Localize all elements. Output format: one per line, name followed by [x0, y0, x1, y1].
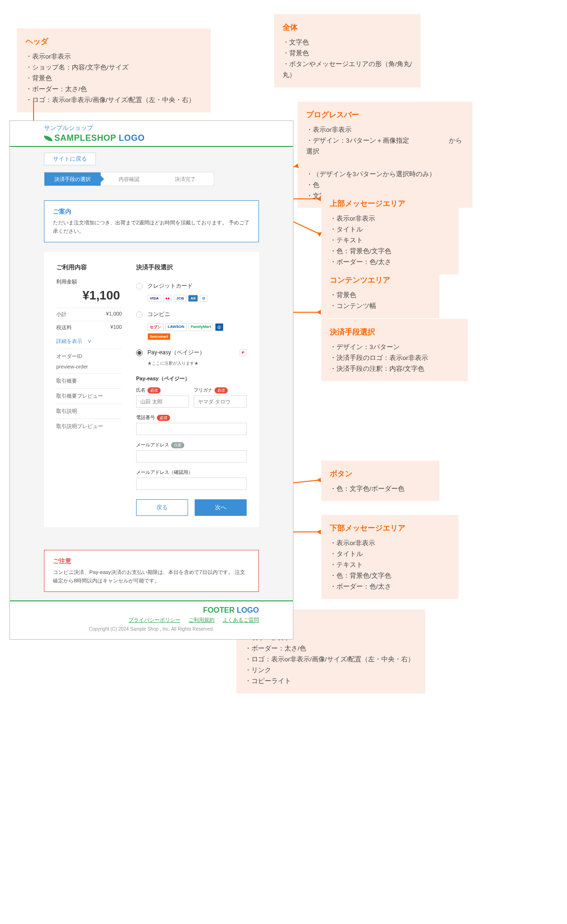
callout-contentarea-list: 背景色コンテンツ幅 — [330, 290, 431, 312]
callout-item: デザイン：3パターン＋画像指定 から選択 — [306, 136, 464, 157]
meta-4: 取引説明プレビュー — [56, 419, 122, 434]
subtotal-label: 小計 — [56, 311, 67, 318]
tax-value: ¥100 — [111, 324, 122, 331]
tel-input[interactable] — [136, 423, 247, 435]
callout-item: 表示or非表示 — [330, 538, 450, 549]
pay-option-payeasy-label: Pay-easy（ペイジー） — [147, 349, 205, 357]
callout-item: 表示or非表示 — [26, 51, 202, 62]
callout-lowermsg: 下部メッセージエリア 表示or非表示タイトルテキスト色：背景色/文字色ボーダー：… — [321, 515, 458, 599]
callout-item: リンク — [245, 665, 417, 676]
back-button[interactable]: 戻る — [136, 499, 188, 516]
brand-jcb-icon: JCB — [174, 295, 186, 302]
optional-badge: 任意 — [171, 442, 184, 448]
pay-option-konbini[interactable]: コンビニ — [136, 307, 247, 322]
callout-item: 色：背景色/文字色 — [330, 246, 450, 257]
payselect-title: 決済手段選択 — [136, 263, 247, 272]
brand-diners-icon: D — [200, 295, 207, 302]
amount-value: ¥1,100 — [56, 288, 122, 303]
callout-item: 決済手段のロゴ：表示or非表示 — [330, 353, 459, 364]
brand-payeasy-icon: P — [240, 349, 247, 356]
lower-message-title: ご注意 — [53, 557, 250, 565]
callout-paysel: 決済手段選択 デザイン：3パターン決済手段のロゴ：表示or非表示決済手段の注釈：… — [321, 319, 468, 381]
radio-icon — [136, 283, 143, 290]
callout-button: ボタン 色：文字色/ボーダー色 — [321, 461, 439, 501]
email2-input[interactable] — [136, 478, 247, 490]
meta-3: 取引説明 — [56, 403, 122, 419]
brand-ministop-icon: ㋯ — [215, 323, 223, 331]
callout-item: （デザインを3パターンから選択時のみ） — [306, 169, 464, 180]
back-to-site-link[interactable]: サイトに戻る — [44, 153, 96, 165]
callout-header-title: ヘッダ — [26, 35, 202, 48]
upper-message-box: ご案内 ただいま注文増加につき、出荷まで2週間ほどお時間を頂戴しております。 予… — [44, 200, 259, 242]
brand-seveneleven-icon: セブン — [147, 323, 163, 331]
name-label: 氏名 — [136, 387, 146, 394]
callout-overall-list: 文字色背景色ボタンやメッセージエリアの形（角/角丸/丸） — [283, 37, 412, 81]
footer-logo: FOOTER LOGO — [44, 606, 259, 615]
kana-input[interactable] — [194, 395, 247, 408]
leaf-icon — [44, 136, 52, 141]
email-input[interactable] — [136, 450, 247, 462]
callout-footer-list: 表示or非表示ボーダー：太さ/色ロゴ：表示or非表示/画像/サイズ/配置（左・中… — [245, 633, 417, 687]
pay-option-credit-label: クレジットカード — [147, 282, 193, 290]
callout-uppermsg: 上部メッセージエリア 表示or非表示タイトルテキスト色：背景色/文字色ボーダー：… — [321, 190, 458, 274]
pay-option-credit[interactable]: クレジットカード — [136, 278, 247, 294]
meta-1: 取引概要 — [56, 373, 122, 388]
callout-paysel-list: デザイン：3パターン決済手段のロゴ：表示or非表示決済手段の注釈：内容/文字色 — [330, 342, 459, 375]
order-id-label: オーダーID — [56, 349, 122, 364]
footer-link-terms[interactable]: ご利用規約 — [189, 617, 215, 623]
subtotal-value: ¥1,000 — [106, 311, 122, 318]
pay-option-konbini-label: コンビニ — [147, 310, 170, 318]
callout-header-list: 表示or非表示ショップ名：内容/文字色/サイズ背景色ボーダー：太さ/色ロゴ：表示… — [26, 51, 202, 106]
brand-mastercard-icon: ●● — [163, 295, 172, 302]
callout-item: テキスト — [330, 235, 450, 246]
radio-icon — [136, 350, 143, 356]
konbini-brands: セブン LAWSON FamilyMart ㋯ Seicomart — [147, 323, 247, 340]
email-label: メールアドレス — [136, 442, 169, 448]
mock-container: サンプルショップ SAMPLESHOP LOGO サイトに戻る 決済手段の選択 … — [9, 120, 293, 640]
body-wrap: サイトに戻る 決済手段の選択 内容確認 決済完了 ご案内 ただいま注文増加につき… — [10, 147, 293, 539]
callout-item: コピーライト — [245, 676, 417, 687]
payment-select: 決済手段選択 クレジットカード VISA ●● JCB AE D — [136, 263, 247, 516]
callout-item: 色：背景色/文字色 — [330, 571, 450, 582]
tax-label: 税送料 — [56, 324, 72, 331]
next-button[interactable]: 次へ — [195, 499, 247, 516]
required-badge: 必須 — [157, 415, 170, 421]
required-badge: 必須 — [147, 387, 161, 394]
footer-link-privacy[interactable]: プライバシーポリシー — [129, 617, 180, 623]
order-summary: ご利用内容 利用金額 ¥1,100 小計¥1,000 税送料¥100 詳細を表示… — [56, 263, 122, 516]
callout-button-list: 色：文字色/ボーダー色 — [330, 484, 431, 495]
footer-link-faq[interactable]: よくあるご質問 — [223, 617, 259, 623]
callout-lowermsg-list: 表示or非表示タイトルテキスト色：背景色/文字色ボーダー：色/太さ — [330, 538, 450, 592]
callout-item: ボタンやメッセージエリアの形（角/角丸/丸） — [283, 59, 412, 81]
meta-2: 取引概要プレビュー — [56, 388, 122, 403]
progress-step-2: 内容確認 — [101, 172, 157, 186]
progress-bar: 決済手段の選択 内容確認 決済完了 — [44, 172, 214, 186]
shop-name: サンプルショップ — [44, 124, 288, 132]
detail-toggle[interactable]: 詳細を表示 ∨ — [56, 334, 122, 349]
form-title: Pay-easy（ペイジー） — [136, 375, 247, 382]
callout-item: 文字色 — [283, 37, 412, 48]
upper-message-title: ご案内 — [53, 207, 250, 216]
upper-message-body: ただいま注文増加につき、出荷まで2週間ほどお時間を頂戴しております。 予めご了承… — [53, 219, 250, 235]
callout-uppermsg-title: 上部メッセージエリア — [330, 197, 450, 210]
callout-item: 表示or非表示 — [330, 214, 450, 224]
callout-item: テキスト — [330, 560, 450, 571]
brand-amex-icon: AE — [188, 295, 198, 302]
callout-item: ロゴ：表示or非表示/画像/サイズ/配置（左・中央・右） — [26, 95, 202, 106]
callout-item: ロゴ：表示or非表示/画像/サイズ/配置（左・中央・右） — [245, 654, 417, 665]
email2-label: メールアドレス（確認用） — [136, 469, 193, 476]
credit-brands: VISA ●● JCB AE D — [147, 295, 247, 302]
callout-item: 色 — [306, 180, 464, 191]
footer: FOOTER LOGO プライバシーポリシー ご利用規約 よくあるご質問 Cop… — [10, 600, 293, 639]
required-badge: 必須 — [215, 387, 228, 394]
pay-option-payeasy[interactable]: Pay-easy（ペイジー） P — [136, 345, 247, 360]
progress-step-1: 決済手段の選択 — [44, 172, 101, 186]
progress-step-3: 決済完了 — [157, 172, 214, 186]
header: サンプルショップ SAMPLESHOP LOGO — [10, 121, 293, 147]
callout-contentarea-title: コンテンツエリア — [330, 274, 431, 286]
name-input[interactable] — [136, 395, 189, 408]
content-area: ご利用内容 利用金額 ¥1,100 小計¥1,000 税送料¥100 詳細を表示… — [44, 252, 259, 527]
payeasy-form: Pay-easy（ペイジー） 氏名必須 フリガナ必須 — [136, 375, 247, 516]
kana-label: フリガナ — [194, 387, 213, 394]
callout-contentarea: コンテンツエリア 背景色コンテンツ幅 — [321, 267, 439, 318]
